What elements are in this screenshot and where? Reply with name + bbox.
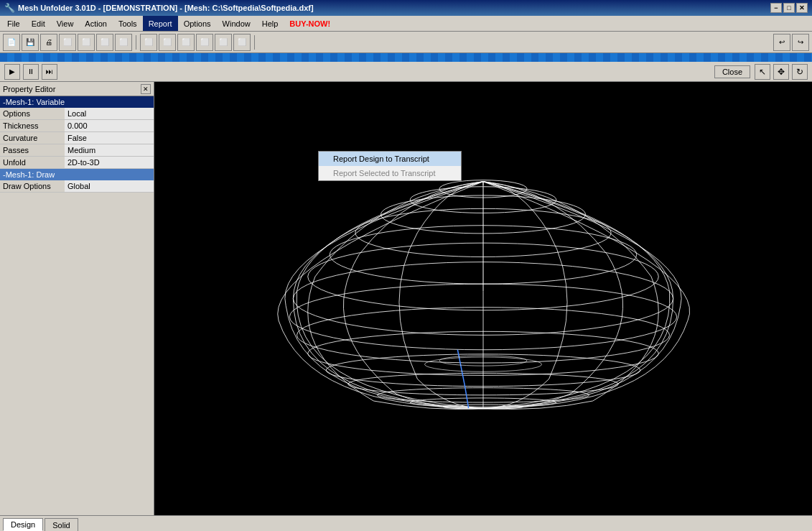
play-button[interactable]: ▶ [4, 64, 20, 80]
prop-label-passes: Passes [0, 144, 65, 156]
dropdown-menu: Report Design to Transcript Report Selec… [318, 151, 462, 181]
prop-value-curvature: False [65, 132, 154, 144]
panel-close-button[interactable]: ✕ [141, 84, 151, 94]
prop-row-thickness: Thickness 0.000 [0, 120, 154, 132]
prop-row-curvature: Curvature False [0, 132, 154, 144]
tab-design[interactable]: Design [3, 518, 43, 531]
toolbar-btn11[interactable]: ⬜ [196, 34, 213, 51]
toolbar-undo[interactable]: ↩ [773, 34, 790, 51]
menu-item-options[interactable]: Options [178, 16, 217, 31]
pointer-tool[interactable]: ↖ [755, 64, 770, 80]
dropdown-item-report-selected: Report Selected to Transcript [319, 166, 461, 180]
panel-header: Property Editor ✕ [0, 82, 154, 96]
control-bar: ▶ ⏸ ⏭ Close ↖ ✥ ↻ [0, 62, 812, 82]
toolbar-btn8[interactable]: ⬜ [140, 34, 157, 51]
toolbar-btn5[interactable]: ⬜ [78, 34, 95, 51]
menu-item-help[interactable]: Help [256, 16, 284, 31]
prop-row-draw-options: Draw Options Global [0, 180, 154, 193]
app-icon: 🔧 [4, 3, 15, 13]
prop-row-passes: Passes Medium [0, 144, 154, 157]
toolbar-btn12[interactable]: ⬜ [215, 34, 232, 51]
bottom-tabs: Design Solid [0, 515, 812, 531]
menu-item-edit[interactable]: Edit [26, 16, 51, 31]
restore-button[interactable]: □ [783, 3, 795, 13]
prop-value-unfold: 2D-to-3D [65, 157, 154, 168]
title-bar: 🔧 Mesh Unfolder 3.01D - [DEMONSTRATION] … [0, 0, 812, 16]
dropdown-item-report-design[interactable]: Report Design to Transcript [319, 152, 461, 166]
prop-value-draw-options: Global [65, 180, 154, 192]
prop-row-unfold: Unfold 2D-to-3D [0, 157, 154, 169]
prop-section-variable: -Mesh-1: Variable [0, 96, 154, 108]
view-controls: ↖ ✥ ↻ [755, 64, 808, 80]
tab-solid[interactable]: Solid [45, 518, 78, 531]
prop-value-options: Local [65, 108, 154, 119]
mesh-canvas [154, 82, 812, 515]
toolbar-new[interactable]: 📄 [3, 34, 20, 51]
canvas-area: Report Design to Transcript Report Selec… [154, 82, 812, 515]
toolbar-save[interactable]: 💾 [22, 34, 39, 51]
toolbar-sep2 [254, 35, 255, 50]
pause-button[interactable]: ⏸ [23, 64, 39, 80]
prop-row-options: Options Local [0, 108, 154, 120]
close-app-button[interactable]: ✕ [796, 3, 808, 13]
prop-label-draw-options: Draw Options [0, 180, 65, 192]
main-content: Property Editor ✕ -Mesh-1: Variable Opti… [0, 82, 812, 515]
menu-item-tools[interactable]: Tools [113, 16, 143, 31]
property-list: -Mesh-1: Variable Options Local Thicknes… [0, 96, 154, 515]
prop-label-thickness: Thickness [0, 120, 65, 131]
toolbar: 📄 💾 🖨 ⬜ ⬜ ⬜ ⬜ ⬜ ⬜ ⬜ ⬜ ⬜ ⬜ ↩ ↪ [0, 32, 812, 53]
toolbar-print[interactable]: 🖨 [40, 34, 57, 51]
title-bar-title: Mesh Unfolder 3.01D - [DEMONSTRATION] - … [18, 4, 314, 12]
toolbar-btn10[interactable]: ⬜ [177, 34, 195, 51]
menu-item-buy-now[interactable]: BUY-NOW! [284, 16, 336, 31]
prop-section-draw: -Mesh-1: Draw [0, 169, 154, 180]
prop-label-curvature: Curvature [0, 132, 65, 144]
progress-bar [0, 53, 812, 62]
prop-value-thickness: 0.000 [65, 120, 154, 131]
menu-item-view[interactable]: View [51, 16, 80, 31]
toolbar-btn4[interactable]: ⬜ [59, 34, 76, 51]
panel-title: Property Editor [3, 85, 55, 93]
next-button[interactable]: ⏭ [42, 64, 57, 80]
rotate-tool[interactable]: ↻ [792, 64, 808, 80]
menu-bar: File Edit View Action Tools Report Optio… [0, 16, 812, 32]
menu-item-window[interactable]: Window [217, 16, 256, 31]
title-bar-controls: − □ ✕ [770, 3, 808, 13]
toolbar-btn6[interactable]: ⬜ [96, 34, 113, 51]
close-button[interactable]: Close [714, 65, 750, 78]
property-editor-panel: Property Editor ✕ -Mesh-1: Variable Opti… [0, 82, 154, 515]
minimize-button[interactable]: − [770, 3, 782, 13]
prop-value-passes: Medium [65, 144, 154, 156]
prop-label-options: Options [0, 108, 65, 119]
toolbar-btn13[interactable]: ⬜ [233, 34, 251, 51]
move-tool[interactable]: ✥ [773, 64, 789, 80]
toolbar-btn9[interactable]: ⬜ [159, 34, 176, 51]
toolbar-redo[interactable]: ↪ [792, 34, 809, 51]
toolbar-sep1 [136, 35, 136, 50]
playback-controls: ▶ ⏸ ⏭ [4, 64, 57, 80]
prop-label-unfold: Unfold [0, 157, 65, 168]
toolbar-btn7[interactable]: ⬜ [115, 34, 132, 51]
menu-item-file[interactable]: File [1, 16, 26, 31]
menu-item-action[interactable]: Action [79, 16, 113, 31]
menu-item-report[interactable]: Report [143, 16, 178, 31]
